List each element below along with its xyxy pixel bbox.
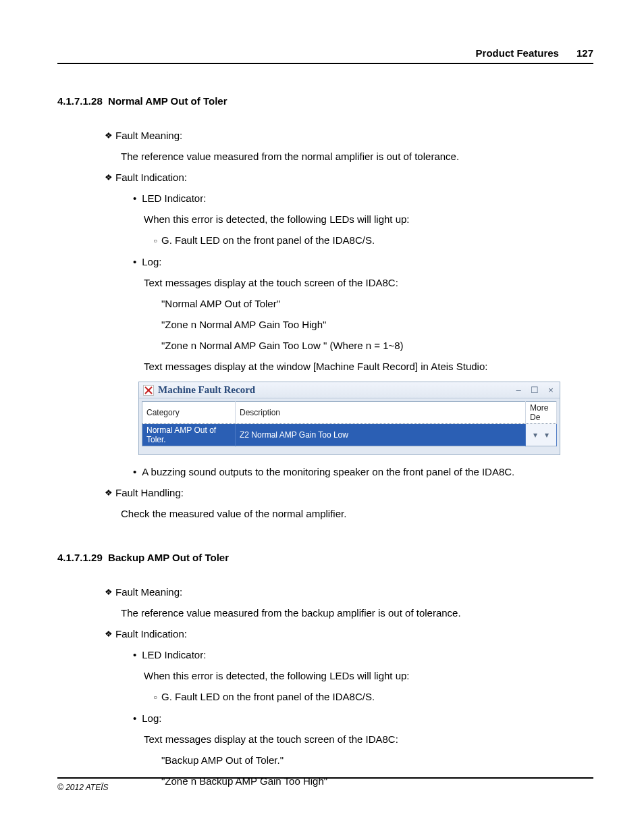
fault-handling-header: ❖ Fault Handling: <box>105 487 593 498</box>
fault-meaning-header-29: ❖ Fault Meaning: <box>105 586 593 598</box>
window-title: Machine Fault Record <box>158 384 514 396</box>
header-title: Product Features <box>476 47 559 59</box>
bullet-icon: • <box>133 193 136 203</box>
led-subitem-29: ○ G. Fault LED on the front panel of the… <box>153 691 593 703</box>
buzzing-item: • A buzzing sound outputs to the monitor… <box>133 466 593 477</box>
fault-indication-label: Fault Indication: <box>115 172 187 183</box>
col-more-details[interactable]: More De <box>526 402 557 424</box>
copyright: © 2012 ATEÏS <box>57 783 109 792</box>
page-number: 127 <box>576 47 593 59</box>
log-msg-1: "Normal AMP Out of Toler" <box>161 298 593 309</box>
led-indicator-item-29: • LED Indicator: <box>133 649 593 660</box>
fault-meaning-header: ❖ Fault Meaning: <box>105 130 593 141</box>
col-category[interactable]: Category <box>142 402 236 424</box>
table-row[interactable]: Normal AMP Out of Toler. Z2 Normal AMP G… <box>142 424 557 446</box>
bullet-icon: • <box>133 257 136 267</box>
bullet-icon: • <box>133 650 136 660</box>
log-msg-3: "Zone n Normal AMP Gain Too Low " (Where… <box>161 340 593 351</box>
close-icon[interactable]: × <box>546 385 556 395</box>
diamond-icon: ❖ <box>105 172 113 182</box>
machine-fault-record-window: Machine Fault Record – ☐ × Category Desc… <box>138 382 560 455</box>
col-description[interactable]: Description <box>236 402 526 424</box>
section-heading-28: 4.1.7.1.28 Normal AMP Out of Toler <box>57 95 593 107</box>
buzzing-text: A buzzing sound outputs to the monitorin… <box>142 466 514 477</box>
fault-indication-header-29: ❖ Fault Indication: <box>105 628 593 640</box>
section-title: Normal AMP Out of Toler <box>108 95 227 107</box>
maximize-icon[interactable]: ☐ <box>530 385 539 395</box>
led-indicator-text: When this error is detected, the followi… <box>144 213 593 225</box>
fault-indication-label: Fault Indication: <box>115 628 187 640</box>
led-indicator-label: LED Indicator: <box>142 192 206 204</box>
led-subitem-text: G. Fault LED on the front panel of the I… <box>161 691 375 702</box>
section-title: Backup AMP Out of Toler <box>108 552 229 563</box>
circle-icon: ○ <box>153 236 157 246</box>
dropdown-cell[interactable]: ▾ ▾ <box>526 424 557 446</box>
log-touch-intro-29: Text messages display at the touch scree… <box>144 733 593 745</box>
section-heading-29: 4.1.7.1.29 Backup AMP Out of Toler <box>57 552 593 563</box>
diamond-icon: ❖ <box>105 629 113 639</box>
fault-record-table: Category Description More De Normal AMP … <box>142 401 557 446</box>
cell-category: Normal AMP Out of Toler. <box>142 424 236 446</box>
log-msg-1-29: "Backup AMP Out of Toler." <box>161 754 593 766</box>
fault-meaning-label: Fault Meaning: <box>115 130 182 141</box>
bullet-icon: • <box>133 713 136 723</box>
section-number: 4.1.7.1.28 <box>57 95 103 107</box>
cell-description: Z2 Normal AMP Gain Too Low <box>236 424 526 446</box>
diamond-icon: ❖ <box>105 587 113 597</box>
bullet-icon: • <box>133 467 136 477</box>
led-indicator-label: LED Indicator: <box>142 649 206 660</box>
diamond-icon: ❖ <box>105 130 113 140</box>
log-item-29: • Log: <box>133 712 593 724</box>
table-header-row: Category Description More De <box>142 402 557 424</box>
section-number: 4.1.7.1.29 <box>57 552 103 563</box>
log-label: Log: <box>142 256 161 267</box>
chevron-down-icon: ▾ <box>545 430 549 440</box>
minimize-icon[interactable]: – <box>514 385 523 395</box>
page-header: Product Features 127 <box>57 47 593 64</box>
circle-icon: ○ <box>153 692 157 702</box>
window-body: Category Description More De Normal AMP … <box>139 398 560 454</box>
window-titlebar[interactable]: Machine Fault Record – ☐ × <box>139 382 560 398</box>
led-subitem-text: G. Fault LED on the front panel of the I… <box>161 234 375 246</box>
log-msg-2: "Zone n Normal AMP Gain Too High" <box>161 319 593 330</box>
fault-indication-header: ❖ Fault Indication: <box>105 172 593 183</box>
log-label: Log: <box>142 712 161 724</box>
log-window-intro: Text messages display at the window [Mac… <box>144 361 593 372</box>
diamond-icon: ❖ <box>105 488 113 498</box>
fault-meaning-text: The reference value measured from the no… <box>121 151 593 162</box>
led-indicator-text-29: When this error is detected, the followi… <box>144 670 593 681</box>
app-icon <box>143 385 154 396</box>
chevron-down-icon: ▾ <box>533 430 537 440</box>
fault-handling-text: Check the measured value of the normal a… <box>121 508 593 519</box>
log-item: • Log: <box>133 256 593 267</box>
log-touch-intro: Text messages display at the touch scree… <box>144 277 593 288</box>
led-subitem: ○ G. Fault LED on the front panel of the… <box>153 234 593 246</box>
fault-meaning-text-29: The reference value measured from the ba… <box>121 607 593 619</box>
fault-handling-label: Fault Handling: <box>115 487 184 498</box>
page-footer: © 2012 ATEÏS <box>57 777 593 792</box>
led-indicator-item: • LED Indicator: <box>133 192 593 204</box>
fault-meaning-label: Fault Meaning: <box>115 586 182 598</box>
